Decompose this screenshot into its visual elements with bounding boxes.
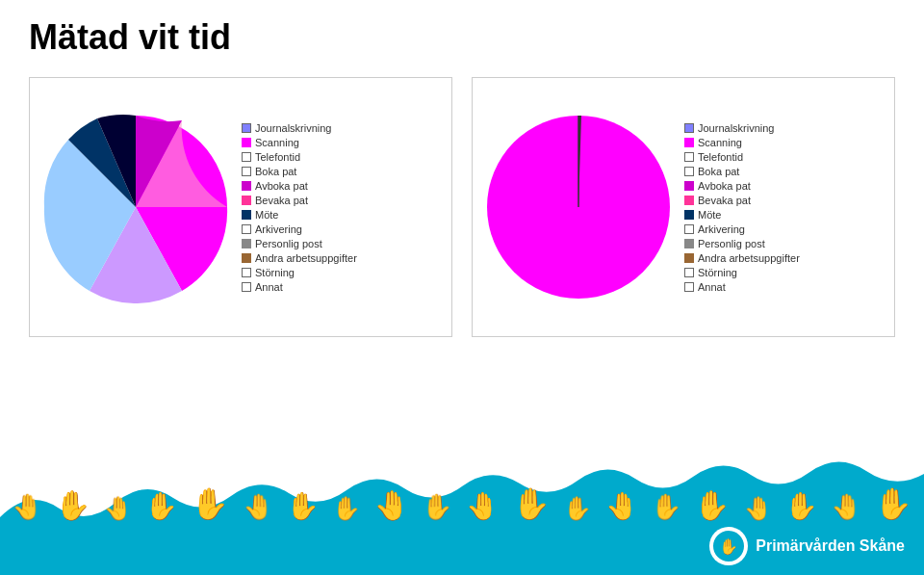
legend-label: Boka pat — [255, 166, 296, 177]
legend-label: Personlig post — [255, 238, 322, 249]
legend-color — [242, 167, 251, 176]
hand-icon: ✋ — [465, 490, 499, 522]
legend-item: Möte — [684, 209, 800, 221]
legend-item: Journalskrivning — [242, 122, 357, 134]
legend-color — [242, 152, 251, 162]
legend-label: Andra arbetsuppgifter — [698, 252, 800, 264]
hand-icon: ✋ — [874, 485, 912, 522]
legend-color — [684, 224, 694, 234]
legend-item: Scanning — [684, 137, 800, 148]
hand-icon: ✋ — [831, 492, 861, 522]
hand-icon: ✋ — [373, 488, 409, 522]
hand-icon: ✋ — [512, 485, 551, 522]
legend-color — [684, 196, 694, 205]
chart-2-legend: Journalskrivning Scanning Telefontid Bok… — [684, 122, 800, 293]
legend-color — [242, 210, 251, 220]
legend-color — [684, 253, 694, 263]
legend-label: Scanning — [255, 137, 299, 148]
logo-text: Primärvården Skåne — [756, 537, 905, 555]
hands-row: ✋ ✋ ✋ ✋ ✋ ✋ ✋ ✋ ✋ ✋ ✋ ✋ ✋ ✋ ✋ ✋ ✋ ✋ ✋ ✋ — [0, 485, 924, 522]
legend-color — [684, 282, 694, 292]
chart-box-2: Journalskrivning Scanning Telefontid Bok… — [472, 77, 895, 337]
charts-area: Journalskrivning Scanning Telefontid Bok… — [0, 67, 924, 347]
hand-icon: ✋ — [332, 495, 361, 522]
legend-item: Annat — [684, 281, 800, 293]
legend-item: Bevaka pat — [684, 195, 800, 206]
legend-label: Arkivering — [698, 223, 745, 235]
chart-box-1: Journalskrivning Scanning Telefontid Bok… — [29, 77, 452, 337]
hand-icon: ✋ — [563, 495, 592, 522]
legend-color — [242, 253, 251, 263]
hand-icon: ✋ — [286, 490, 320, 522]
legend-item: Personlig post — [242, 238, 357, 249]
legend-item: Telefontid — [242, 151, 357, 163]
legend-item: Avboka pat — [242, 180, 357, 192]
legend-item: Störning — [242, 267, 357, 278]
legend-color — [242, 181, 251, 191]
pie-chart-2 — [482, 111, 675, 303]
legend-color — [684, 152, 694, 162]
legend-color — [684, 123, 694, 133]
logo-area: ✋ Primärvården Skåne — [709, 527, 905, 565]
legend-color — [684, 239, 694, 248]
legend-item: Scanning — [242, 137, 357, 148]
legend-color — [242, 268, 251, 277]
legend-label: Avboka pat — [255, 180, 308, 192]
chart-1-legend: Journalskrivning Scanning Telefontid Bok… — [242, 122, 357, 293]
legend-item: Bevaka pat — [242, 195, 357, 206]
hand-icon: ✋ — [144, 490, 178, 522]
legend-label: Störning — [255, 267, 295, 278]
hand-icon: ✋ — [694, 488, 730, 522]
legend-item: Journalskrivning — [684, 122, 800, 134]
hand-icon: ✋ — [784, 490, 818, 522]
legend-label: Journalskrivning — [255, 122, 331, 134]
legend-label: Telefontid — [255, 151, 300, 163]
legend-label: Annat — [255, 281, 283, 293]
legend-item: Telefontid — [684, 151, 800, 163]
legend-color — [684, 268, 694, 277]
legend-item: Avboka pat — [684, 180, 800, 192]
legend-item: Boka pat — [684, 166, 800, 177]
legend-color — [242, 196, 251, 205]
legend-item: Personlig post — [684, 238, 800, 249]
legend-label: Scanning — [698, 137, 742, 148]
pie-chart-1 — [39, 111, 232, 303]
legend-color — [684, 181, 694, 191]
legend-item: Andra arbetsuppgifter — [242, 252, 357, 264]
legend-color — [242, 138, 251, 147]
legend-item: Möte — [242, 209, 357, 221]
legend-label: Arkivering — [255, 223, 302, 235]
legend-item: Arkivering — [684, 223, 800, 235]
legend-item: Annat — [242, 281, 357, 293]
legend-label: Journalskrivning — [698, 122, 774, 134]
legend-color — [242, 239, 251, 248]
legend-label: Andra arbetsuppgifter — [255, 252, 357, 264]
legend-color — [242, 224, 251, 234]
hand-icon: ✋ — [103, 495, 132, 522]
hand-icon: ✋ — [604, 490, 638, 522]
legend-item: Boka pat — [242, 166, 357, 177]
bottom-area: ✋ ✋ ✋ ✋ ✋ ✋ ✋ ✋ ✋ ✋ ✋ ✋ ✋ ✋ ✋ ✋ ✋ ✋ ✋ ✋ … — [0, 459, 924, 575]
legend-color — [684, 210, 694, 220]
hand-icon: ✋ — [651, 492, 681, 522]
svg-text:✋: ✋ — [719, 537, 738, 556]
legend-label: Möte — [255, 209, 278, 221]
legend-label: Annat — [698, 281, 726, 293]
legend-color — [684, 167, 694, 176]
hand-icon: ✋ — [743, 495, 772, 522]
hand-icon: ✋ — [55, 488, 90, 522]
legend-color — [242, 123, 251, 133]
logo-icon: ✋ — [709, 527, 748, 565]
legend-item: Arkivering — [242, 223, 357, 235]
legend-item: Andra arbetsuppgifter — [684, 252, 800, 264]
legend-label: Möte — [698, 209, 721, 221]
legend-item: Störning — [684, 267, 800, 278]
page-title: Mätad vit tid — [0, 0, 924, 67]
legend-label: Störning — [698, 267, 737, 278]
legend-label: Telefontid — [698, 151, 743, 163]
legend-label: Avboka pat — [698, 180, 751, 192]
legend-label: Bevaka pat — [255, 195, 308, 206]
legend-color — [242, 282, 251, 292]
hand-icon: ✋ — [12, 492, 42, 522]
hand-icon: ✋ — [243, 492, 273, 522]
